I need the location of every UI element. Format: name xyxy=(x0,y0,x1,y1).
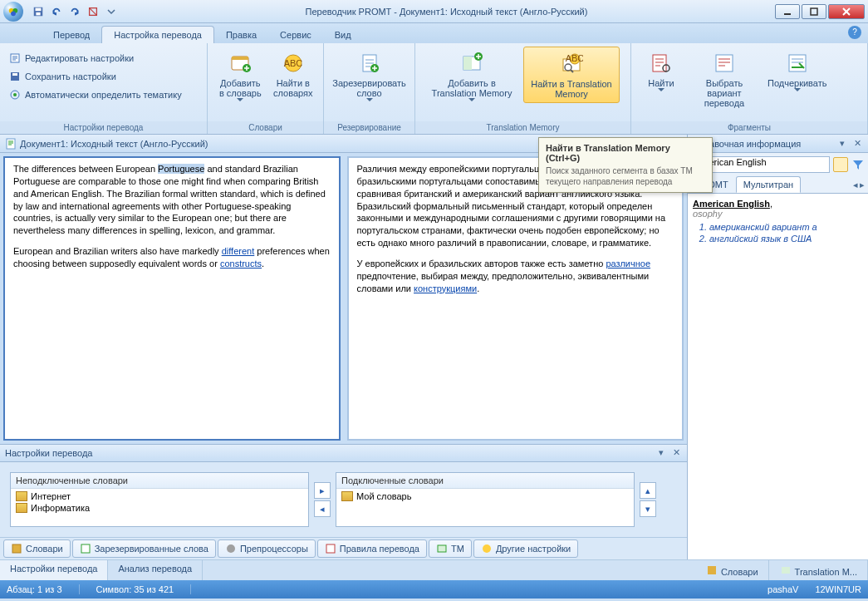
find-in-dictionaries-button[interactable]: ABC Найти в словарях xyxy=(268,47,318,101)
connected-dictionaries: Подключенные словари Мой словарь xyxy=(336,472,635,527)
dict-row[interactable]: Интернет xyxy=(12,490,306,502)
group-label-tm: Translation Memory xyxy=(415,121,630,134)
tooltip-body: Поиск заданного сегмента в базах TM теку… xyxy=(546,165,705,187)
dictionary-icon xyxy=(16,491,27,501)
svg-rect-34 xyxy=(716,55,733,71)
other-icon xyxy=(481,543,493,554)
save-settings-icon xyxy=(8,70,22,83)
dict-row[interactable]: Мой словарь xyxy=(338,490,632,502)
save-icon[interactable] xyxy=(30,3,47,20)
move-up-button[interactable]: ▴ xyxy=(640,482,656,499)
panel-dropdown-icon[interactable]: ▾ xyxy=(655,447,667,459)
auto-detect-icon xyxy=(8,88,22,101)
window-title: Переводчик PROMT - Документ1: Исходный т… xyxy=(120,7,773,17)
tab-scroll-right-icon[interactable]: ▸ xyxy=(860,180,865,190)
result-meaning[interactable]: английский язык в США xyxy=(709,234,863,244)
edit-icon xyxy=(8,52,22,65)
cancel-icon[interactable] xyxy=(85,3,101,20)
tab-translate[interactable]: Перевод xyxy=(42,27,101,43)
lookup-button[interactable] xyxy=(833,157,848,172)
target-text-editor[interactable]: Различия между европейскими португальцам… xyxy=(347,156,684,441)
dictionary-find-icon: ABC xyxy=(280,50,306,76)
panel-tab-dictionaries-right[interactable]: Словари xyxy=(695,560,769,580)
main-editor-area: The differences between European Portugu… xyxy=(0,153,687,444)
svg-rect-9 xyxy=(811,8,817,15)
gear-icon xyxy=(225,543,237,554)
selected-word: Portuguese xyxy=(158,164,204,174)
settings-tabs: Словари Зарезервированные слова Препроце… xyxy=(0,537,687,559)
panel-tab-analysis[interactable]: Анализ перевода xyxy=(108,560,203,580)
status-paragraph: Абзац: 1 из 3 xyxy=(7,584,80,594)
settings-tab-preprocessors[interactable]: Препроцессоры xyxy=(218,539,316,558)
filter-icon[interactable] xyxy=(851,158,865,171)
add-to-tm-button[interactable]: Добавить в Translation Memory xyxy=(420,47,523,106)
tab-service[interactable]: Сервис xyxy=(268,27,323,43)
dictionary-add-icon xyxy=(227,50,253,76)
move-down-button[interactable]: ▾ xyxy=(640,500,656,517)
dropdown-icon xyxy=(794,88,801,92)
settings-tab-reserved[interactable]: Зарезервированные слова xyxy=(72,539,216,558)
settings-tab-other[interactable]: Другие настройки xyxy=(473,539,578,558)
panel-dropdown-icon[interactable]: ▾ xyxy=(836,138,848,150)
panel-close-icon[interactable]: ✕ xyxy=(670,447,682,459)
svg-point-43 xyxy=(483,544,491,553)
svg-rect-18 xyxy=(232,57,248,60)
redo-icon[interactable] xyxy=(66,3,83,20)
tab-scroll-left-icon[interactable]: ◂ xyxy=(853,180,858,190)
svg-point-16 xyxy=(13,93,17,96)
dict-row[interactable]: Информатика xyxy=(12,502,306,514)
tab-translation-settings[interactable]: Настройка перевода xyxy=(101,26,214,43)
rules-icon xyxy=(325,543,336,554)
edit-settings-button[interactable]: Редактировать настройки xyxy=(5,50,137,67)
underline-button[interactable]: Подчеркивать xyxy=(763,47,832,96)
tab-view[interactable]: Вид xyxy=(323,27,363,43)
panel-tab-settings[interactable]: Настройки перевода xyxy=(0,560,108,580)
svg-rect-5 xyxy=(36,12,40,15)
dictionary-icon xyxy=(341,491,353,501)
choose-variant-button[interactable]: Выбрать вариант перевода xyxy=(686,47,763,111)
move-left-button[interactable]: ◂ xyxy=(314,500,331,517)
svg-rect-37 xyxy=(7,139,15,149)
panel-tab-tm-right[interactable]: Translation M... xyxy=(769,560,868,580)
status-symbol: Символ: 35 из 421 xyxy=(96,584,192,594)
svg-point-40 xyxy=(227,544,235,553)
settings-tab-tm[interactable]: TM xyxy=(429,539,472,558)
reference-panel: Справочная информация ▾ ✕ American Engli… xyxy=(687,135,868,444)
move-right-button[interactable]: ▸ xyxy=(314,482,331,499)
reserve-word-button[interactable]: Зарезервировать слово xyxy=(329,47,409,106)
group-label-settings: Настройки перевода xyxy=(0,121,207,134)
svg-rect-38 xyxy=(12,544,21,553)
find-button[interactable]: Найти xyxy=(636,47,686,96)
save-settings-button[interactable]: Сохранить настройки xyxy=(5,68,120,85)
panel-close-icon[interactable]: ✕ xyxy=(851,138,863,150)
dictionary-icon xyxy=(16,503,27,513)
add-to-dictionary-button[interactable]: Добавить в словарь xyxy=(213,47,268,106)
document-icon xyxy=(5,138,17,150)
undo-icon[interactable] xyxy=(48,3,65,20)
result-category: osophy xyxy=(693,209,863,219)
book-icon xyxy=(705,564,718,577)
find-in-tm-button[interactable]: ABC Найти в Translation Memory xyxy=(523,47,620,103)
close-button[interactable] xyxy=(828,4,865,19)
minimize-button[interactable] xyxy=(775,4,800,19)
settings-panel-title: Настройки перевода xyxy=(5,448,655,458)
svg-rect-14 xyxy=(12,73,17,76)
settings-tab-rules[interactable]: Правила перевода xyxy=(317,539,427,558)
settings-tab-dictionaries[interactable]: Словари xyxy=(3,539,71,558)
result-term: American English xyxy=(693,199,770,209)
result-meaning[interactable]: американский вариант а xyxy=(709,222,863,232)
reference-tab-multitran[interactable]: Мультитран xyxy=(736,176,801,193)
reserved-icon xyxy=(80,543,91,554)
quick-access-toolbar xyxy=(30,3,120,20)
qat-dropdown-icon[interactable] xyxy=(103,3,120,20)
group-label-dictionaries: Словари xyxy=(208,121,323,134)
auto-detect-topic-button[interactable]: Автоматически определить тематику xyxy=(5,86,185,103)
maximize-button[interactable] xyxy=(802,4,826,19)
app-menu-button[interactable] xyxy=(3,2,23,22)
source-text-editor[interactable]: The differences between European Portugu… xyxy=(3,156,341,441)
svg-rect-41 xyxy=(326,544,335,553)
tab-edit[interactable]: Правка xyxy=(214,27,268,43)
help-icon[interactable]: ? xyxy=(848,26,861,39)
svg-point-2 xyxy=(11,11,16,16)
ribbon: Редактировать настройки Сохранить настро… xyxy=(0,43,868,135)
